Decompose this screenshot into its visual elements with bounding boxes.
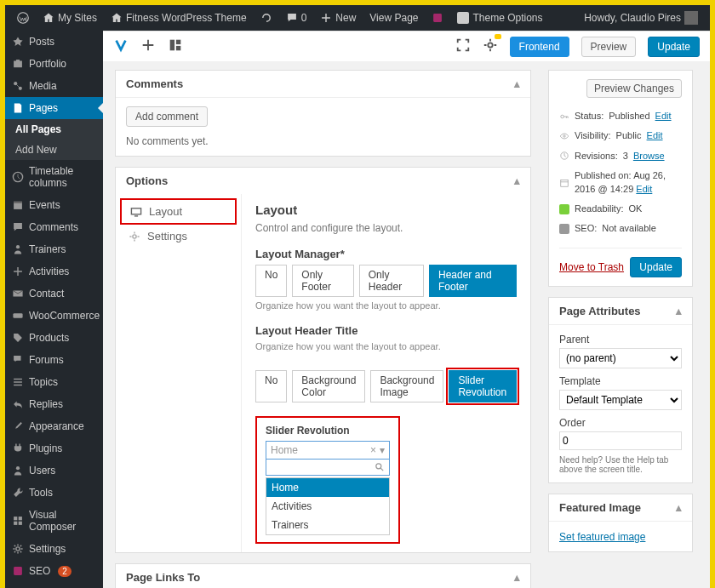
header-opt-bg-color[interactable]: Background Color (292, 370, 365, 402)
vc-template-icon[interactable] (168, 37, 183, 55)
sidebar-item-plugins[interactable]: Plugins (5, 437, 103, 460)
svg-rect-19 (19, 522, 22, 525)
edit-date-link[interactable]: Edit (636, 184, 652, 194)
home-icon (111, 12, 123, 24)
avatar (684, 11, 698, 25)
sidebar-item-topics[interactable]: Topics (5, 371, 103, 393)
comments-box: Comments▴ Add comment No comments yet. (115, 70, 531, 157)
add-comment-button[interactable]: Add comment (126, 106, 208, 127)
yoast-link[interactable] (426, 12, 449, 24)
sidebar-item-posts[interactable]: Posts (5, 31, 103, 53)
sidebar-item-events[interactable]: Events (5, 194, 103, 216)
sidebar-item-visual-composer[interactable]: Visual Composer (5, 504, 103, 538)
sidebar-item-users[interactable]: Users (5, 460, 103, 482)
layout-opt-only-footer[interactable]: Only Footer (292, 265, 353, 297)
portfolio-icon (12, 58, 24, 70)
sidebar-item-pages[interactable]: Pages (5, 97, 103, 119)
order-input[interactable] (559, 431, 682, 450)
sidebar-item-contact[interactable]: Contact (5, 283, 103, 305)
options-tab-settings[interactable]: Settings (120, 225, 237, 248)
preview-changes-button[interactable]: Preview Changes (586, 79, 682, 98)
sidebar-item-seo[interactable]: SEO2 (5, 560, 103, 582)
featured-image-header[interactable]: Featured Image▴ (549, 494, 692, 521)
svg-point-31 (133, 234, 136, 237)
reply-icon (12, 398, 24, 410)
svg-point-33 (561, 115, 564, 118)
update-button[interactable]: Update (630, 257, 682, 277)
layout-opt-no[interactable]: No (255, 265, 287, 297)
slider-opt-home[interactable]: Home (266, 478, 389, 497)
sidebar-sub-all-pages[interactable]: All Pages (5, 119, 103, 140)
header-title-label: Layout Header Title (255, 324, 517, 337)
edit-visibility-link[interactable]: Edit (647, 129, 663, 142)
vc-gear-icon[interactable] (483, 37, 498, 55)
clear-icon[interactable]: × (370, 444, 376, 456)
seo-indicator-icon (559, 224, 569, 234)
sidebar-item-wp-optimize[interactable]: WP-Optimize (5, 582, 103, 588)
move-to-trash-link[interactable]: Move to Trash (559, 261, 624, 273)
page-links-header[interactable]: Page Links To▴ (116, 564, 530, 588)
header-opt-bg-image[interactable]: Background Image (370, 370, 443, 402)
header-opt-no[interactable]: No (255, 370, 287, 402)
comments-link[interactable]: 0 (281, 12, 312, 24)
browse-revisions-link[interactable]: Browse (633, 150, 665, 163)
howdy-link[interactable]: Howdy, Claudio Pires (579, 11, 703, 25)
sidebar-item-woocommerce[interactable]: WooCommerce (5, 305, 103, 327)
layout-opt-header-footer[interactable]: Header and Footer (429, 265, 517, 297)
sidebar-item-activities[interactable]: Activities (5, 260, 103, 283)
view-page-link[interactable]: View Page (364, 12, 423, 24)
svg-rect-30 (131, 208, 140, 214)
sidebar-item-forums[interactable]: Forums (5, 349, 103, 371)
layout-opt-only-header[interactable]: Only Header (359, 265, 424, 297)
set-featured-image-link[interactable]: Set featured image (559, 531, 645, 543)
wp-logo-link[interactable] (12, 12, 34, 24)
svg-rect-13 (14, 381, 22, 382)
sidebar-item-comments[interactable]: Comments (5, 216, 103, 238)
sidebar-item-timetable[interactable]: Timetable columns (5, 160, 103, 194)
preview-button[interactable]: Preview (581, 37, 637, 57)
edit-status-link[interactable]: Edit (655, 110, 672, 123)
template-select[interactable]: Default Template (559, 390, 682, 410)
header-opt-slider-revolution[interactable]: Slider Revolution (449, 370, 517, 402)
slider-rev-search[interactable] (266, 459, 390, 476)
wordpress-icon (17, 12, 29, 24)
svg-rect-36 (561, 180, 568, 186)
theme-options-link[interactable]: Theme Options (452, 12, 547, 24)
sidebar-item-settings[interactable]: Settings (5, 538, 103, 560)
refresh-icon (260, 12, 272, 24)
sidebar-item-media[interactable]: Media (5, 75, 103, 97)
sidebar-item-tools[interactable]: Tools (5, 482, 103, 504)
comments-box-header[interactable]: Comments▴ (116, 71, 530, 97)
trainers-icon (12, 243, 24, 255)
options-tab-layout[interactable]: Layout (120, 198, 237, 225)
new-link[interactable]: New (315, 12, 361, 24)
slider-opt-activities[interactable]: Activities (266, 497, 389, 516)
svg-rect-2 (14, 61, 22, 68)
site-name-link[interactable]: Fitness WordPress Theme (106, 12, 252, 24)
update-button-top[interactable]: Update (648, 37, 700, 57)
refresh-link[interactable] (255, 12, 277, 24)
slider-revolution-selector: Slider Revolution Home×▾ Home Activities… (255, 416, 400, 544)
chevron-up-icon: ▴ (676, 501, 682, 514)
vc-add-icon[interactable] (140, 37, 156, 55)
tag-icon (12, 332, 24, 344)
readability-icon (559, 204, 569, 214)
parent-select[interactable]: (no parent) (559, 348, 682, 368)
svg-rect-18 (14, 522, 17, 525)
sidebar-sub-add-new[interactable]: Add New (5, 140, 103, 160)
sidebar-item-appearance[interactable]: Appearance (5, 415, 103, 437)
vc-fullscreen-icon[interactable] (455, 37, 471, 55)
screen-icon (130, 206, 142, 218)
svg-rect-27 (176, 40, 180, 44)
slider-rev-select[interactable]: Home×▾ (266, 441, 390, 460)
slider-opt-trainers[interactable]: Trainers (266, 516, 389, 534)
frontend-button[interactable]: Frontend (510, 37, 569, 57)
my-sites-link[interactable]: My Sites (37, 12, 102, 24)
featured-image-box: Featured Image▴ Set featured image (548, 494, 693, 552)
page-attributes-header[interactable]: Page Attributes▴ (549, 298, 692, 324)
sidebar-item-replies[interactable]: Replies (5, 393, 103, 415)
sidebar-item-products[interactable]: Products (5, 327, 103, 349)
options-box-header[interactable]: Options▴ (116, 168, 530, 194)
sidebar-item-portfolio[interactable]: Portfolio (5, 53, 103, 75)
sidebar-item-trainers[interactable]: Trainers (5, 238, 103, 260)
